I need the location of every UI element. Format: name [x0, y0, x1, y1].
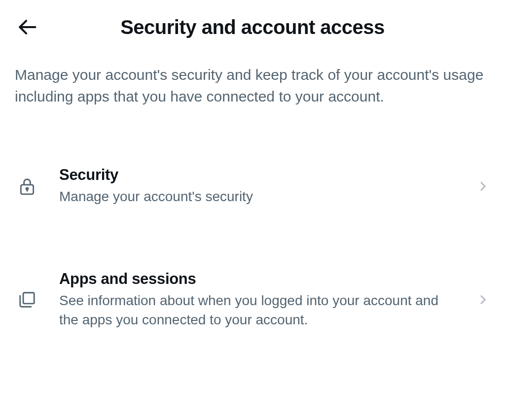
settings-list: Security Manage your account's security …: [0, 122, 505, 345]
svg-rect-4: [23, 293, 34, 304]
lock-icon: [17, 176, 37, 196]
list-item-apps-sessions[interactable]: Apps and sessions See information about …: [0, 255, 505, 344]
back-button[interactable]: [15, 15, 39, 39]
arrow-left-icon: [16, 16, 38, 38]
header: Security and account access: [0, 0, 505, 49]
list-item-title: Security: [59, 166, 453, 184]
list-item-security[interactable]: Security Manage your account's security: [0, 151, 505, 221]
list-item-text: Apps and sessions See information about …: [59, 270, 453, 329]
page-title: Security and account access: [39, 16, 490, 38]
list-item-subtitle: Manage your account's security: [59, 187, 453, 206]
chevron-right-icon: [475, 179, 490, 194]
apps-icon: [17, 290, 37, 310]
list-item-title: Apps and sessions: [59, 270, 453, 288]
page-description: Manage your account's security and keep …: [0, 49, 505, 122]
chevron-right-icon: [475, 292, 490, 307]
list-item-text: Security Manage your account's security: [59, 166, 453, 206]
list-item-subtitle: See information about when you logged in…: [59, 291, 453, 329]
